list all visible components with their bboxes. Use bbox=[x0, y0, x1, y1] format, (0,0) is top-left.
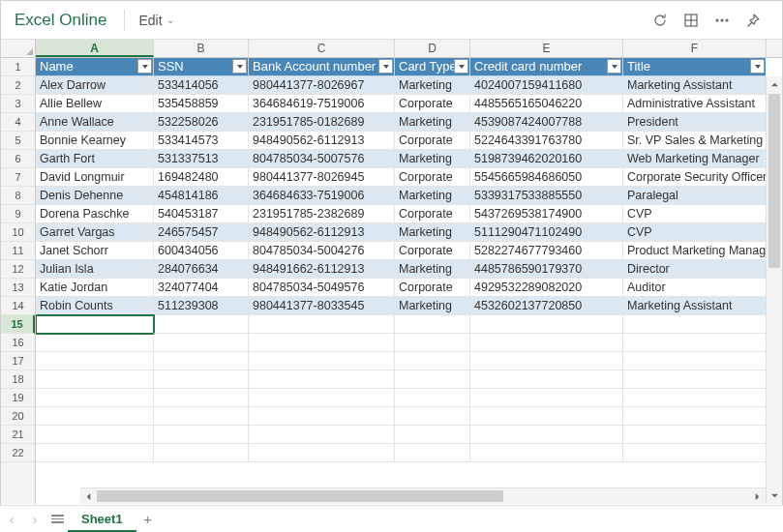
cell[interactable] bbox=[249, 389, 395, 407]
cell[interactable] bbox=[395, 370, 470, 389]
cell[interactable] bbox=[154, 315, 249, 334]
row-header-14[interactable]: 14 bbox=[1, 297, 35, 315]
cell[interactable]: 533414056 bbox=[154, 76, 249, 95]
cell[interactable] bbox=[36, 370, 154, 389]
cell[interactable] bbox=[623, 389, 766, 407]
row-header-21[interactable]: 21 bbox=[1, 426, 35, 444]
cell[interactable]: CVP bbox=[623, 223, 766, 242]
cell[interactable]: 246575457 bbox=[154, 223, 249, 242]
cell[interactable]: Marketing bbox=[395, 76, 470, 95]
cell[interactable]: 5339317533885550 bbox=[470, 187, 623, 205]
col-header-F[interactable]: F bbox=[623, 40, 767, 57]
horizontal-scrollbar[interactable] bbox=[80, 488, 766, 504]
add-sheet-button[interactable]: + bbox=[136, 511, 160, 527]
col-header-E[interactable]: E bbox=[470, 40, 623, 57]
cell[interactable]: Dorena Paschke bbox=[36, 205, 154, 223]
cell[interactable]: Marketing Assistant bbox=[623, 297, 766, 315]
cell[interactable] bbox=[623, 334, 766, 352]
cell[interactable] bbox=[154, 370, 249, 389]
sheet-nav-next[interactable]: › bbox=[23, 512, 46, 527]
cell[interactable] bbox=[249, 370, 395, 389]
cell[interactable] bbox=[36, 334, 154, 352]
cell[interactable]: Marketing bbox=[395, 113, 470, 132]
cell[interactable]: Corporate bbox=[395, 242, 470, 260]
cell[interactable] bbox=[395, 426, 470, 444]
cell[interactable]: Marketing bbox=[395, 187, 470, 205]
vertical-scroll-thumb[interactable] bbox=[768, 94, 780, 268]
more-icon[interactable] bbox=[707, 5, 738, 36]
row-header-17[interactable]: 17 bbox=[1, 352, 35, 370]
cell[interactable] bbox=[470, 444, 623, 462]
cell[interactable]: 980441377-8033545 bbox=[249, 297, 395, 315]
row-header-22[interactable]: 22 bbox=[1, 444, 35, 462]
cell[interactable]: Corporate Security Officer bbox=[623, 168, 766, 187]
cell[interactable]: Product Marketing Manager bbox=[623, 242, 766, 260]
cell[interactable]: Web Marketing Manager bbox=[623, 150, 766, 168]
cell[interactable] bbox=[395, 407, 470, 426]
cell[interactable]: 324077404 bbox=[154, 279, 249, 297]
col-header-B[interactable]: B bbox=[154, 40, 249, 57]
sheet-list-icon[interactable] bbox=[46, 515, 68, 523]
cell[interactable] bbox=[395, 444, 470, 462]
cell[interactable] bbox=[623, 444, 766, 462]
cell[interactable]: 4024007159411680 bbox=[470, 76, 623, 95]
cell[interactable]: 980441377-8026967 bbox=[249, 76, 395, 95]
row-header-10[interactable]: 10 bbox=[1, 223, 35, 242]
cell[interactable]: 284076634 bbox=[154, 260, 249, 279]
cell[interactable] bbox=[249, 315, 395, 334]
cell[interactable] bbox=[249, 352, 395, 370]
cell[interactable]: 5437269538174900 bbox=[470, 205, 623, 223]
cell[interactable] bbox=[470, 389, 623, 407]
cell[interactable] bbox=[249, 444, 395, 462]
cell[interactable] bbox=[36, 352, 154, 370]
row-header-4[interactable]: 4 bbox=[1, 113, 35, 132]
edit-dropdown[interactable]: Edit ⌄ bbox=[138, 13, 173, 28]
cell[interactable]: 364684619-7519006 bbox=[249, 95, 395, 113]
cell[interactable]: 5224643391763780 bbox=[470, 132, 623, 150]
cell[interactable]: 600434056 bbox=[154, 242, 249, 260]
cell[interactable] bbox=[249, 426, 395, 444]
scroll-left-icon[interactable] bbox=[80, 488, 97, 505]
horizontal-scroll-thumb[interactable] bbox=[97, 490, 503, 502]
row-header-6[interactable]: 6 bbox=[1, 150, 35, 168]
cell[interactable]: Garth Fort bbox=[36, 150, 154, 168]
cell[interactable] bbox=[623, 315, 766, 334]
cell[interactable] bbox=[395, 352, 470, 370]
cell[interactable] bbox=[623, 426, 766, 444]
cell[interactable]: Katie Jordan bbox=[36, 279, 154, 297]
cell[interactable]: 531337513 bbox=[154, 150, 249, 168]
cell[interactable]: 5111290471102490 bbox=[470, 223, 623, 242]
cell[interactable]: 4539087424007788 bbox=[470, 113, 623, 132]
cell[interactable]: 804785034-5049576 bbox=[249, 279, 395, 297]
cell[interactable]: 5198739462020160 bbox=[470, 150, 623, 168]
cell[interactable]: 4929532289082020 bbox=[470, 279, 623, 297]
cell[interactable]: Bonnie Kearney bbox=[36, 132, 154, 150]
row-header-18[interactable]: 18 bbox=[1, 370, 35, 389]
cell[interactable]: 535458859 bbox=[154, 95, 249, 113]
row-header-2[interactable]: 2 bbox=[1, 76, 35, 95]
row-header-3[interactable]: 3 bbox=[1, 95, 35, 113]
col-header-C[interactable]: C bbox=[249, 40, 395, 57]
cell[interactable] bbox=[36, 389, 154, 407]
cell[interactable]: Julian Isla bbox=[36, 260, 154, 279]
cell[interactable] bbox=[623, 370, 766, 389]
cell[interactable]: 364684633-7519006 bbox=[249, 187, 395, 205]
cell[interactable] bbox=[154, 334, 249, 352]
cell[interactable]: Garret Vargas bbox=[36, 223, 154, 242]
cell[interactable]: Corporate bbox=[395, 168, 470, 187]
cell[interactable] bbox=[623, 407, 766, 426]
cell[interactable]: Janet Schorr bbox=[36, 242, 154, 260]
cell[interactable]: Corporate bbox=[395, 279, 470, 297]
cell[interactable]: Administrative Assistant bbox=[623, 95, 766, 113]
cell[interactable]: 533414573 bbox=[154, 132, 249, 150]
cell[interactable]: Marketing bbox=[395, 260, 470, 279]
cell[interactable]: 948490562-6112913 bbox=[249, 132, 395, 150]
filter-button[interactable] bbox=[607, 59, 621, 74]
cell[interactable]: 5545665984686050 bbox=[470, 168, 623, 187]
row-header-1[interactable]: 1 bbox=[1, 58, 35, 76]
cell[interactable] bbox=[36, 407, 154, 426]
row-header-19[interactable]: 19 bbox=[1, 389, 35, 407]
cell[interactable]: 980441377-8026945 bbox=[249, 168, 395, 187]
cell[interactable] bbox=[395, 315, 470, 334]
cell[interactable]: Marketing bbox=[395, 150, 470, 168]
